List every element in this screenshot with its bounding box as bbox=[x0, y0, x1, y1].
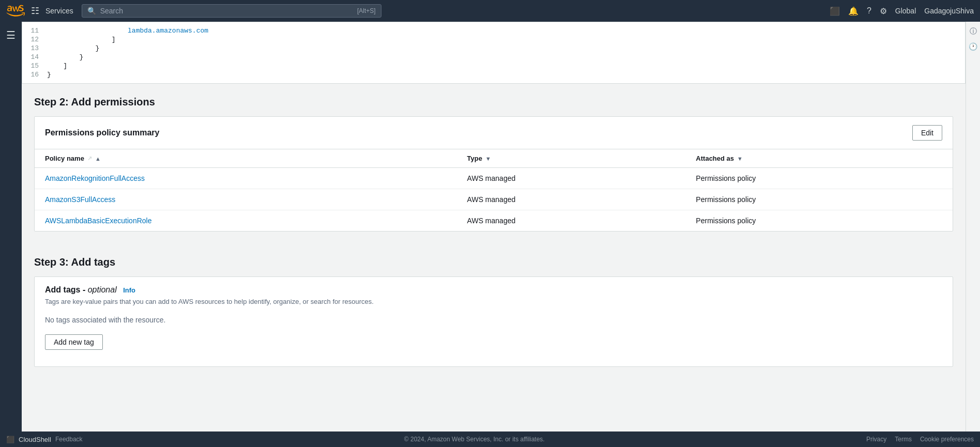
line-num-15: 15 bbox=[22, 62, 47, 70]
no-tags-label: No tags associated with the resource. bbox=[45, 316, 942, 324]
edit-button[interactable]: Edit bbox=[912, 125, 942, 141]
step2-title: Step 2: Add permissions bbox=[34, 96, 953, 108]
services-link[interactable]: Services bbox=[45, 7, 73, 15]
policy-type-cell: AWS managed bbox=[457, 210, 686, 232]
line-num-16: 16 bbox=[22, 71, 47, 79]
code-line-12: 12 ] bbox=[22, 35, 965, 44]
permissions-policy-box: Permissions policy summary Edit Policy n… bbox=[34, 116, 953, 232]
policy-type-cell: AWS managed bbox=[457, 168, 686, 189]
table-header-row: Policy name ↗ ▲ Type ▼ bbox=[35, 149, 953, 168]
col-policy-name[interactable]: Policy name ↗ ▲ bbox=[35, 149, 457, 168]
step3-section: Step 3: Add tags Add tags - optional Inf… bbox=[22, 244, 966, 367]
table-row: AmazonS3FullAccess AWS managed Permissio… bbox=[35, 189, 953, 210]
info-sidebar-icon[interactable]: ⓘ bbox=[970, 27, 977, 36]
policy-attached-cell: Permissions policy bbox=[685, 210, 953, 232]
line-num-13: 13 bbox=[22, 44, 47, 52]
step3-title: Step 3: Add tags bbox=[34, 256, 953, 268]
code-section: 11 lambda.amazonaws.com 12 ] 13 } 14 } bbox=[22, 22, 966, 84]
col-attached-as[interactable]: Attached as ▼ bbox=[685, 149, 953, 168]
terminal-icon[interactable]: ⬛ bbox=[830, 6, 840, 16]
code-line-16: 16 } bbox=[22, 70, 965, 79]
policy-type-cell: AWS managed bbox=[457, 189, 686, 210]
policy-attached-cell: Permissions policy bbox=[685, 189, 953, 210]
table-row: AWSLambdaBasicExecutionRole AWS managed … bbox=[35, 210, 953, 232]
line-content-15: ] bbox=[47, 62, 67, 70]
user-menu[interactable]: GadagojuShiva bbox=[924, 7, 974, 15]
code-line-11: 11 lambda.amazonaws.com bbox=[22, 26, 965, 35]
policy-name-link[interactable]: AmazonS3FullAccess bbox=[45, 195, 115, 204]
right-sidebar: ⓘ 🕐 bbox=[966, 22, 980, 382]
left-sidebar: ☰ bbox=[0, 22, 22, 382]
line-content-11: lambda.amazonaws.com bbox=[47, 27, 208, 35]
code-block: 11 lambda.amazonaws.com 12 ] 13 } 14 } bbox=[22, 22, 965, 83]
history-sidebar-icon[interactable]: 🕐 bbox=[969, 42, 977, 51]
sort-desc-icon-type: ▼ bbox=[485, 156, 491, 162]
add-tags-box: Add tags - optional Info Tags are key-va… bbox=[34, 276, 953, 367]
policy-name-cell: AWSLambdaBasicExecutionRole bbox=[35, 210, 457, 232]
external-link-icon[interactable]: ↗ bbox=[87, 155, 92, 162]
policy-name-cell: AmazonRekognitionFullAccess bbox=[35, 168, 457, 189]
policy-table: Policy name ↗ ▲ Type ▼ bbox=[35, 149, 953, 231]
policy-name-cell: AmazonS3FullAccess bbox=[35, 189, 457, 210]
grid-icon[interactable]: ☷ bbox=[29, 3, 41, 19]
menu-icon[interactable]: ☰ bbox=[4, 27, 18, 43]
line-content-14: } bbox=[47, 53, 83, 61]
line-content-16: } bbox=[47, 71, 51, 79]
tags-title-static: Add tags - bbox=[45, 285, 88, 294]
policy-name-link[interactable]: AWSLambdaBasicExecutionRole bbox=[45, 217, 151, 225]
tags-title: Add tags - optional Info bbox=[45, 285, 942, 295]
search-shortcut: [Alt+S] bbox=[357, 7, 376, 14]
step2-section: Step 2: Add permissions Permissions poli… bbox=[22, 84, 966, 232]
search-icon: 🔍 bbox=[87, 7, 96, 15]
top-navigation: ☷ Services 🔍 [Alt+S] ⬛ 🔔 ? ⚙ Global Gada… bbox=[0, 0, 980, 22]
info-link[interactable]: Info bbox=[123, 286, 135, 294]
region-selector[interactable]: Global bbox=[895, 7, 916, 15]
sort-desc-icon-attached: ▼ bbox=[737, 156, 743, 162]
line-num-11: 11 bbox=[22, 27, 47, 35]
nav-right-icons: ⬛ 🔔 ? ⚙ Global GadagojuShiva bbox=[830, 6, 974, 16]
search-bar[interactable]: 🔍 [Alt+S] bbox=[82, 4, 381, 18]
permissions-policy-title: Permissions policy summary bbox=[45, 128, 159, 137]
add-tag-button[interactable]: Add new tag bbox=[45, 334, 103, 350]
code-line-13: 13 } bbox=[22, 44, 965, 53]
line-num-14: 14 bbox=[22, 53, 47, 61]
gear-icon[interactable]: ⚙ bbox=[880, 6, 887, 16]
policy-table-body: AmazonRekognitionFullAccess AWS managed … bbox=[35, 168, 953, 232]
policy-attached-cell: Permissions policy bbox=[685, 168, 953, 189]
policy-name-link[interactable]: AmazonRekognitionFullAccess bbox=[45, 174, 145, 182]
line-num-12: 12 bbox=[22, 36, 47, 43]
table-row: AmazonRekognitionFullAccess AWS managed … bbox=[35, 168, 953, 189]
tags-title-italic: optional bbox=[88, 285, 117, 294]
main-content: 11 lambda.amazonaws.com 12 ] 13 } 14 } bbox=[22, 22, 966, 367]
line-content-13: } bbox=[47, 44, 99, 52]
sort-asc-icon: ▲ bbox=[95, 156, 101, 162]
aws-logo[interactable] bbox=[6, 2, 25, 20]
line-content-12: ] bbox=[47, 36, 116, 43]
bell-icon[interactable]: 🔔 bbox=[848, 6, 859, 16]
permissions-policy-header: Permissions policy summary Edit bbox=[35, 117, 953, 149]
help-icon[interactable]: ? bbox=[867, 6, 871, 16]
col-type[interactable]: Type ▼ bbox=[457, 149, 686, 168]
code-line-14: 14 } bbox=[22, 53, 965, 61]
search-input[interactable] bbox=[100, 7, 353, 15]
tags-content: Add tags - optional Info Tags are key-va… bbox=[35, 277, 953, 366]
code-line-15: 15 ] bbox=[22, 61, 965, 70]
tags-description: Tags are key-value pairs that you can ad… bbox=[45, 298, 942, 305]
